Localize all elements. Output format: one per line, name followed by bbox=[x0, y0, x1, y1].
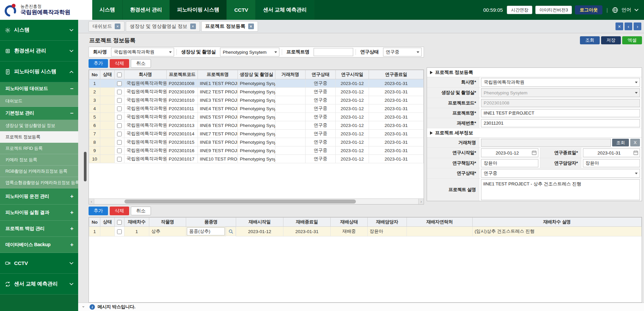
chevron-down-icon[interactable] bbox=[634, 9, 639, 11]
project-name-input[interactable] bbox=[481, 109, 640, 117]
logout-button[interactable]: 로그아웃 bbox=[575, 5, 602, 14]
sidebar-group-operation[interactable]: 피노타이핑 운전 관리 + bbox=[0, 188, 78, 205]
cancel-button[interactable]: 취소 bbox=[131, 59, 151, 68]
sidebar-group-database-backup[interactable]: 데이타베이스 Backup + bbox=[0, 237, 78, 253]
scroll-tabs-right-button[interactable]: › bbox=[634, 23, 641, 30]
tab-project-registration[interactable]: 프로젝트 정보등록 × bbox=[201, 21, 258, 32]
sidebar-item-phenotyping[interactable]: 피노타이핑 시스템 bbox=[0, 61, 78, 82]
select-all-checkbox[interactable] bbox=[117, 73, 122, 77]
status-filter-select[interactable]: 연구중 bbox=[383, 48, 422, 56]
table-row[interactable]: 9 국립원예특작과학원 P202301016 lINE9 TEST PROJEC… bbox=[89, 146, 424, 155]
row-checkbox[interactable] bbox=[117, 229, 122, 234]
nav-sensor-replace[interactable]: 센서 교체 예측관리 bbox=[256, 0, 314, 20]
sidebar-item-dashboard[interactable]: 대쉬보드 bbox=[0, 95, 78, 107]
table-row[interactable]: 10 국립원예특작과학원 P202301017 lINE10 TEST PROJ… bbox=[89, 155, 424, 163]
research-leader-input[interactable] bbox=[481, 159, 538, 167]
sidebar-item-chlorophyll-camera-coords[interactable]: 엽록소형광촬영실 카메라좌표정보 등록 bbox=[0, 177, 78, 188]
row-checkbox[interactable] bbox=[117, 140, 122, 145]
row-checkbox[interactable] bbox=[117, 157, 122, 162]
tab-chamber-info[interactable]: 생장상 및 영상촬영실 정보 × bbox=[126, 21, 200, 32]
close-all-tabs-button[interactable]: × bbox=[615, 23, 623, 30]
research-manager-input[interactable] bbox=[583, 159, 640, 167]
project-name-filter-input[interactable] bbox=[314, 48, 353, 56]
scroll-tabs-left-button[interactable]: ‹ bbox=[625, 23, 632, 30]
nav-phenotyping[interactable]: 피노타이핑 시스템 bbox=[170, 0, 227, 20]
sidebar-item-env-sensor[interactable]: 환경센서 관리 bbox=[0, 41, 78, 61]
table-row[interactable]: 2 국립원예특작과학원 P202301009 lINE2 TEST PROJEC… bbox=[89, 88, 424, 96]
sidebar-item-project-rfid[interactable]: 프로젝트 RFID 등록 bbox=[0, 143, 78, 154]
client-clear-button[interactable]: X bbox=[630, 139, 640, 146]
sidebar-item-cctv[interactable]: CCTV bbox=[0, 253, 78, 274]
table-row[interactable]: 4 국립원예특작과학원 P202301011 lINE4 TEST PROJEC… bbox=[89, 104, 424, 113]
client-search-button[interactable]: 조회 bbox=[612, 139, 629, 146]
task-number-input[interactable] bbox=[481, 119, 640, 127]
table-row[interactable]: 5 국립원예특작과학원 P202301012 lINE5 TEST PROJEC… bbox=[89, 113, 424, 121]
table-row[interactable]: 7 국립원예특작과학원 P202301014 lINE7 TEST PROJEC… bbox=[89, 130, 424, 138]
nav-env-sensor[interactable]: 환경센서 관리 bbox=[123, 0, 170, 20]
table-row[interactable]: 1 국립원예특작과학원 P202301008 lINE1 TEST PROJEC… bbox=[89, 79, 424, 88]
add-button[interactable]: 추가 bbox=[89, 59, 108, 68]
scroll-left-button[interactable]: ‹ bbox=[89, 199, 94, 204]
search-icon[interactable] bbox=[226, 227, 236, 236]
sidebar-group-phenotyping-dashboard[interactable]: 피노타이핑 대쉬보드 − bbox=[0, 82, 78, 95]
globe-icon[interactable] bbox=[612, 7, 619, 13]
sidebar-group-project-backup[interactable]: 프로젝트 백업 관리 + bbox=[0, 221, 78, 237]
delete-button[interactable]: 삭제 bbox=[110, 59, 129, 68]
tab-close-icon[interactable]: × bbox=[248, 24, 254, 29]
status-message: 메시지 박스입니다. bbox=[98, 304, 136, 310]
row-checkbox[interactable] bbox=[117, 81, 122, 86]
row-checkbox[interactable] bbox=[117, 148, 122, 153]
brand-logo-area[interactable]: 농촌진흥청 국립원예특작과학원 bbox=[0, 0, 92, 20]
select-all-checkbox[interactable] bbox=[117, 220, 122, 225]
research-status-select[interactable]: 연구중 bbox=[481, 169, 640, 178]
table-row[interactable]: 6 국립원예특작과학원 P202301013 lINE6 TEST PROJEC… bbox=[89, 121, 424, 130]
tab-dashboard[interactable]: 대쉬보드 × bbox=[89, 21, 124, 32]
save-button[interactable]: 저장 bbox=[601, 36, 621, 44]
start-date-input[interactable]: 2023-01-12 bbox=[481, 148, 538, 157]
row-checkbox[interactable] bbox=[117, 98, 122, 103]
calendar-icon[interactable] bbox=[532, 150, 537, 155]
extend-time-button[interactable]: 시간연장 bbox=[507, 6, 532, 14]
company-select[interactable]: 국립원예특작과학원 bbox=[481, 78, 640, 87]
scroll-right-button[interactable]: › bbox=[418, 199, 424, 204]
sidebar-item-system[interactable]: 시스템 bbox=[0, 20, 78, 41]
tab-close-icon[interactable]: × bbox=[190, 24, 196, 29]
language-label[interactable]: 언어 bbox=[622, 7, 631, 13]
row-checkbox[interactable] bbox=[117, 132, 122, 136]
add-button[interactable]: 추가 bbox=[89, 207, 108, 215]
document-icon bbox=[5, 69, 11, 75]
chamber-select[interactable]: Phenotyping Sysytem bbox=[481, 88, 640, 97]
tab-close-icon[interactable]: × bbox=[115, 24, 120, 29]
sidebar-item-camera-info[interactable]: 카메라 정보 등록 bbox=[0, 154, 78, 166]
project-description-textarea[interactable] bbox=[481, 179, 640, 200]
row-checkbox[interactable] bbox=[117, 115, 122, 120]
excel-button[interactable]: 엑셀 bbox=[622, 36, 642, 44]
end-date-input[interactable]: 2023-01-31 bbox=[583, 148, 640, 157]
sidebar-item-sensor-replace[interactable]: 센서 교체 예측관리 bbox=[0, 274, 78, 295]
query-button[interactable]: 조회 bbox=[580, 36, 600, 44]
scrollbar-thumb[interactable] bbox=[124, 199, 356, 204]
session-timer: 00:59:05 bbox=[483, 7, 503, 13]
calendar-icon[interactable] bbox=[633, 150, 638, 155]
cancel-button[interactable]: 취소 bbox=[131, 207, 151, 215]
row-checkbox[interactable] bbox=[117, 106, 122, 111]
table-row[interactable]: 3 국립원예특작과학원 P202301010 lINE3 TEST PROJEC… bbox=[89, 96, 424, 104]
sidebar-item-chamber-info[interactable]: 생장상 및 영상촬영실 정보 bbox=[0, 120, 78, 131]
variety-input[interactable]: 품종(상추) bbox=[187, 227, 225, 235]
nav-cctv[interactable]: CCTV bbox=[227, 0, 256, 20]
table-row[interactable]: 8 국립원예특작과학원 P202301015 lINE8 TEST PROJEC… bbox=[89, 138, 424, 146]
row-checkbox[interactable] bbox=[117, 123, 122, 128]
user-account-button[interactable]: 아이티컨버전3 bbox=[535, 6, 572, 14]
company-filter-select[interactable]: 국립원예특작과학원 bbox=[111, 48, 174, 56]
vertical-scrollbar-thumb[interactable] bbox=[84, 152, 87, 181]
chamber-filter-select[interactable]: Phenotyping Sysytem bbox=[220, 48, 279, 56]
row-checkbox[interactable] bbox=[117, 90, 122, 94]
sidebar-group-experiment-results[interactable]: 피노타이핑 실험 결과 + bbox=[0, 205, 78, 221]
table-row[interactable]: 1 1 상추 품종(상추) bbox=[89, 227, 642, 236]
sidebar-group-basic-info[interactable]: 기본정보 관리 − bbox=[0, 107, 78, 120]
nav-system[interactable]: 시스템 bbox=[92, 0, 123, 20]
sidebar-item-rgb-camera-coords[interactable]: RGB촬영실 카메라좌표정보 등록 bbox=[0, 166, 78, 177]
delete-button[interactable]: 삭제 bbox=[110, 207, 129, 215]
sidebar-item-project-registration[interactable]: 프로젝트 정보등록 bbox=[0, 131, 78, 143]
scroll-down-hint-icon[interactable]: ⌄ bbox=[82, 303, 85, 308]
